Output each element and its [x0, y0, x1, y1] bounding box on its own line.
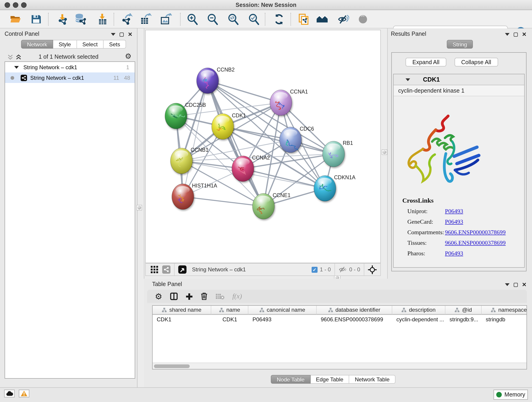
grid-view-icon[interactable] [150, 265, 158, 274]
collapse-all-button[interactable]: Collapse All [454, 58, 498, 66]
window-zoom-button[interactable] [21, 2, 27, 8]
column-header-shared-name[interactable]: shared name [152, 306, 211, 315]
cloud-button[interactable] [4, 390, 15, 397]
panel-close-icon[interactable]: ✕ [522, 32, 526, 37]
tab-select[interactable]: Select [77, 40, 104, 49]
scrollbar-thumb[interactable] [154, 364, 190, 368]
crosslink-value[interactable]: 9606.ENSP00000378699 [445, 239, 506, 247]
expand-all-button[interactable]: Expand All [405, 58, 446, 66]
crosslink-value[interactable]: 9606.ENSP00000378699 [445, 229, 506, 236]
hidden-counts: 0 - 0 [349, 266, 360, 273]
edge-CCNB2-HIST1H1A[interactable] [183, 81, 208, 197]
tab-node-table[interactable]: Node Table [271, 375, 310, 384]
window-minimize-button[interactable] [13, 2, 18, 8]
node-RB1[interactable]: RB1 [323, 140, 353, 167]
panel-menu-icon[interactable] [505, 33, 510, 36]
network-view-share-icon[interactable] [162, 265, 171, 274]
node-CDKN1A[interactable]: CDKN1A [314, 174, 355, 201]
tab-network-table[interactable]: Network Table [349, 375, 396, 384]
toolbar-separator [114, 13, 114, 26]
panel-float-icon[interactable] [514, 283, 518, 287]
import-table-icon[interactable] [97, 13, 109, 25]
network-canvas[interactable]: CCNB2CCNA1CDC25BCDK1CDC6RB1CCNB1CCNA2CDK… [145, 30, 381, 263]
window-close-button[interactable] [5, 2, 10, 8]
table-horizontal-scrollbar[interactable] [152, 363, 526, 369]
collection-expander-icon[interactable] [14, 66, 19, 69]
export-network-icon[interactable] [121, 13, 133, 25]
window-title: Session: New Session [235, 2, 296, 8]
tab-edge-table[interactable]: Edge Table [310, 375, 349, 384]
network-collection-row[interactable]: String Network – cdk1 1 [5, 62, 135, 72]
import-network-icon[interactable] [57, 13, 69, 25]
show-graphics-details-icon[interactable] [357, 13, 369, 25]
table-options-gear-icon[interactable]: ⚙ [155, 293, 162, 300]
hide-selected-icon[interactable] [337, 13, 349, 25]
tab-network[interactable]: Network [21, 40, 53, 49]
current-network-indicator [11, 76, 14, 80]
node-CCNB2[interactable]: CCNB2 [196, 67, 234, 94]
memory-button[interactable]: Memory [494, 390, 528, 400]
panel-float-icon[interactable] [120, 32, 124, 36]
first-neighbors-icon[interactable] [316, 13, 328, 25]
cell-canonical-name: P06493 [248, 315, 317, 324]
cell-name: CDK1 [211, 315, 248, 324]
delete-column-icon[interactable] [201, 293, 208, 300]
table-panel: Table Panel ✕ ⚙ f(x) shared namenamecano… [144, 279, 532, 387]
column-header-description[interactable]: description [392, 306, 445, 315]
main-toolbar: ? [0, 10, 532, 28]
column-header--id[interactable]: @id [445, 306, 481, 315]
zoom-in-icon[interactable] [186, 13, 198, 25]
edge-HIST1H1A-CCNE1[interactable] [183, 197, 264, 206]
panel-menu-icon[interactable] [111, 33, 115, 36]
detach-view-icon[interactable] [178, 265, 186, 274]
snapshot-icon[interactable] [298, 13, 310, 25]
refresh-icon[interactable] [273, 13, 285, 25]
tab-style[interactable]: Style [53, 40, 77, 49]
network-row[interactable]: String Network – cdk1 11 48 [5, 72, 135, 83]
node-HIST1H1A[interactable]: HIST1H1A [172, 183, 217, 210]
open-session-icon[interactable] [10, 13, 22, 25]
node-label-HIST1H1A: HIST1H1A [192, 183, 217, 189]
selected-checkbox-icon[interactable]: ✓ [312, 267, 317, 273]
birds-eye-crosshair-icon[interactable] [368, 265, 377, 274]
node-CCNB1[interactable]: CCNB1 [171, 147, 209, 174]
crosslink-value[interactable]: P06493 [445, 250, 463, 257]
zoom-out-icon[interactable] [207, 13, 219, 25]
zoom-selected-icon[interactable] [248, 13, 260, 25]
cell-shared-name: CDK1 [152, 315, 211, 324]
panel-menu-icon[interactable] [505, 283, 510, 286]
panel-close-icon[interactable]: ✕ [522, 282, 526, 287]
export-image-icon[interactable] [160, 13, 172, 25]
column-header-canonical-name[interactable]: canonical name [248, 306, 317, 315]
node-label-CDC25B: CDC25B [185, 102, 206, 108]
node-CCNA2[interactable]: CCNA2 [232, 155, 270, 182]
node-CCNA1[interactable]: CCNA1 [270, 89, 308, 115]
show-columns-icon[interactable] [170, 293, 178, 300]
panel-float-icon[interactable] [514, 32, 518, 36]
import-network-from-database-icon[interactable] [74, 13, 86, 25]
edge-CCNB2-CCNA1[interactable] [208, 81, 281, 103]
view-network-title: String Network – cdk1 [192, 266, 246, 273]
column-header-name[interactable]: name [211, 306, 248, 315]
right-splitter-handle[interactable] [382, 149, 387, 155]
gene-card-expander-icon[interactable] [405, 78, 410, 81]
tab-string[interactable]: String [447, 40, 473, 49]
node-CCNE1[interactable]: CCNE1 [253, 192, 291, 219]
column-header-database-identifier[interactable]: database identifier [317, 306, 392, 315]
create-column-icon[interactable] [186, 293, 193, 300]
column-header-namespace[interactable]: namespace [481, 306, 527, 315]
panel-close-icon[interactable]: ✕ [128, 32, 133, 37]
zoom-fit-icon[interactable] [227, 13, 239, 25]
crosslink-value[interactable]: P06493 [445, 208, 463, 215]
network-options-gear-icon[interactable]: ⚙ [125, 53, 132, 60]
tab-sets[interactable]: Sets [104, 40, 126, 49]
left-splitter-handle[interactable] [137, 205, 142, 211]
warnings-button[interactable] [19, 390, 29, 397]
network-node-count: 11 [114, 75, 119, 81]
save-session-icon[interactable] [30, 13, 42, 25]
crosslink-value[interactable]: P06493 [445, 218, 463, 225]
table-row[interactable]: CDK1CDK1P064939606.ENSP00000378699cyclin… [152, 315, 526, 324]
collection-name: String Network – cdk1 [23, 64, 77, 70]
export-table-icon[interactable] [140, 13, 152, 25]
cytoscape-window: Session: New Session ? Control Panel [0, 0, 532, 402]
